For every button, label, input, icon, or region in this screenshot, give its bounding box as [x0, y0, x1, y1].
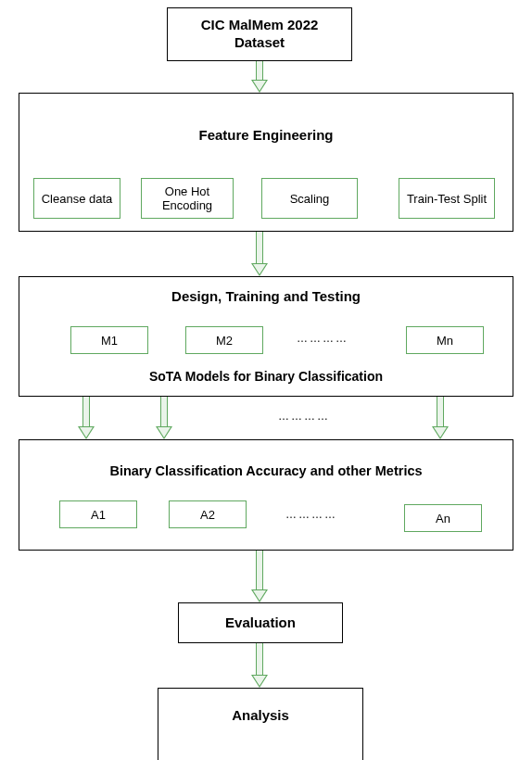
metric-label: An [436, 512, 450, 526]
metrics-title: Binary Classification Accuracy and other… [19, 462, 513, 479]
arrow-design-to-metrics-1 [80, 397, 93, 439]
evaluation-box: Evaluation [178, 602, 343, 643]
design-title: Design, Training and Testing [19, 288, 513, 306]
dataset-title-line1: CIC MalMem 2022 [201, 17, 319, 32]
fe-step-label: Train-Test Split [407, 192, 487, 206]
fe-step-onehot: One Hot Encoding [141, 178, 234, 219]
dataset-box: CIC MalMem 2022 Dataset [167, 7, 352, 61]
model-label: M1 [101, 334, 118, 348]
arrow-eval-to-analysis [253, 643, 266, 688]
fe-step-label: Scaling [290, 192, 330, 206]
fe-step-split: Train-Test Split [399, 178, 495, 219]
fe-step-scaling: Scaling [261, 178, 358, 219]
analysis-label: Analysis [232, 707, 289, 725]
model-mn: Mn [406, 326, 484, 354]
evaluation-label: Evaluation [225, 614, 296, 632]
arrow-design-to-metrics-3 [434, 397, 447, 439]
model-m1: M1 [70, 326, 148, 354]
metrics-box: Binary Classification Accuracy and other… [19, 439, 513, 551]
arrows-ellipsis: ………… [278, 410, 330, 423]
model-label: Mn [437, 334, 453, 348]
metrics-ellipsis: ………… [285, 508, 337, 521]
arrow-metrics-to-eval [253, 551, 266, 602]
design-subtitle: SoTA Models for Binary Classification [19, 369, 513, 386]
metric-label: A1 [91, 508, 106, 522]
metric-an: An [404, 504, 482, 532]
metric-label: A2 [200, 508, 215, 522]
dataset-title: CIC MalMem 2022 Dataset [201, 17, 319, 52]
fe-step-label: Cleanse data [42, 192, 113, 206]
model-m2: M2 [185, 326, 263, 354]
arrow-fe-to-design [253, 232, 266, 276]
models-ellipsis: ………… [297, 332, 348, 345]
fe-step-label: One Hot Encoding [142, 184, 233, 212]
model-label: M2 [216, 334, 233, 348]
fe-title: Feature Engineering [19, 127, 513, 145]
dataset-title-line2: Dataset [234, 34, 285, 50]
analysis-box: Analysis [158, 688, 363, 760]
fe-step-cleanse: Cleanse data [33, 178, 120, 219]
metric-a1: A1 [59, 500, 137, 528]
arrow-dataset-to-fe [253, 61, 266, 93]
metric-a2: A2 [169, 500, 247, 528]
arrow-design-to-metrics-2 [158, 397, 171, 439]
